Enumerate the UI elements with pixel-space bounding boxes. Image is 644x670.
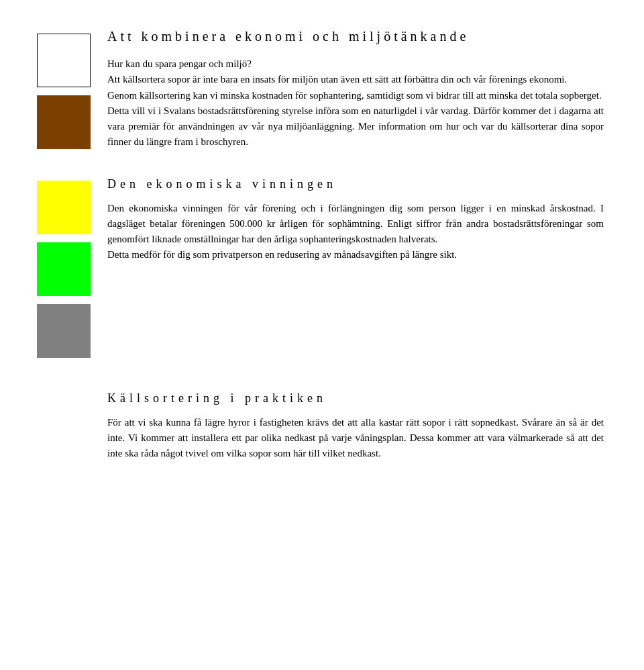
yellow-block — [37, 181, 91, 234]
praktiken-title: Källsortering i praktiken — [107, 391, 604, 405]
white-block — [37, 34, 91, 87]
green-block — [37, 242, 91, 296]
economic-content: Den ekonomiska vinningen Den ekonomiska … — [101, 177, 604, 358]
praktiken-text: För att vi ska kunna få lägre hyror i fa… — [107, 415, 604, 462]
spacer1 — [27, 157, 604, 177]
spacer2 — [27, 365, 604, 385]
praktiken-p1: För att vi ska kunna få lägre hyror i fa… — [107, 415, 604, 462]
intro-p3: Detta vill vi i Svalans bostadsrättsföre… — [107, 103, 604, 150]
intro-question: Hur kan du spara pengar och miljö? — [107, 56, 604, 72]
brown-block — [37, 95, 91, 149]
top-content: Att kombinera ekonomi och miljötänkande … — [101, 27, 604, 150]
top-color-blocks — [27, 27, 101, 150]
gray-block — [37, 304, 91, 358]
economic-p2: Detta medför för dig som privatperson en… — [107, 247, 604, 262]
praktiken-content: Källsortering i praktiken För att vi ska… — [101, 391, 604, 462]
economic-p1: Den ekonomiska vinningen för vår förenin… — [107, 201, 604, 248]
economic-text: Den ekonomiska vinningen för vår förenin… — [107, 201, 604, 263]
intro-p2: Genom källsortering kan vi minska kostna… — [107, 88, 604, 103]
praktiken-section: Källsortering i praktiken För att vi ska… — [27, 391, 604, 462]
intro-text: Hur kan du spara pengar och miljö? Att k… — [107, 56, 604, 150]
mid-color-blocks — [27, 177, 101, 358]
top-section: Att kombinera ekonomi och miljötänkande … — [27, 27, 604, 150]
bottom-color-blocks — [27, 391, 101, 462]
economic-title: Den ekonomiska vinningen — [107, 177, 604, 191]
page: Att kombinera ekonomi och miljötänkande … — [0, 0, 644, 670]
page-title: Att kombinera ekonomi och miljötänkande — [107, 27, 604, 46]
intro-p1: Att källsortera sopor är inte bara en in… — [107, 72, 604, 87]
economic-section: Den ekonomiska vinningen Den ekonomiska … — [27, 177, 604, 358]
